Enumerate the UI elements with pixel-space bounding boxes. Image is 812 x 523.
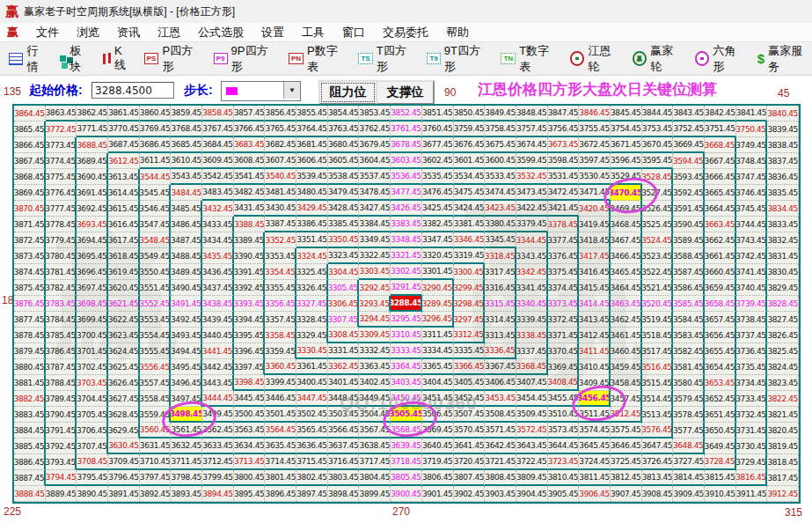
menu-item-1[interactable]: 文件 (36, 25, 59, 41)
price-cell[interactable]: 3410.45 (579, 359, 611, 375)
price-cell[interactable]: 3881.45 (14, 375, 46, 391)
price-cell[interactable]: 3422.45 (516, 201, 548, 217)
price-cell[interactable]: 3746.45 (736, 185, 768, 201)
price-cell[interactable]: 3551.45 (140, 280, 172, 296)
toolbar-9p-square-button[interactable]: P99P四方形 (214, 43, 277, 75)
price-cell[interactable]: 3794.45 (46, 470, 77, 486)
price-cell[interactable]: 3678.45 (391, 137, 422, 153)
price-cell[interactable]: 3804.45 (359, 470, 391, 486)
menu-item-6[interactable]: 设置 (261, 25, 284, 41)
price-cell[interactable]: 3702.45 (77, 359, 108, 375)
price-cell[interactable]: 3586.45 (673, 280, 705, 296)
price-cell[interactable]: 3722.45 (516, 454, 548, 470)
price-cell[interactable]: 3737.45 (736, 328, 768, 343)
price-cell[interactable]: 3806.45 (422, 470, 454, 486)
price-cell[interactable]: 3690.45 (77, 169, 108, 185)
price-cell[interactable]: 3701.45 (77, 343, 108, 359)
price-cell[interactable]: 3482.45 (234, 185, 266, 201)
price-cell[interactable]: 3370.45 (548, 343, 580, 359)
price-cell[interactable]: 3595.45 (642, 153, 674, 169)
price-cell[interactable]: 3748.45 (736, 153, 768, 169)
price-cell[interactable]: 3801.45 (265, 470, 296, 486)
price-cell[interactable]: 3566.45 (328, 423, 360, 438)
price-cell[interactable]: 3835.45 (767, 185, 799, 201)
price-cell[interactable]: 3637.45 (328, 438, 360, 454)
price-cell[interactable]: 3501.45 (265, 407, 296, 423)
price-cell[interactable]: 3475.45 (454, 185, 486, 201)
price-cell[interactable]: 3486.45 (171, 217, 202, 232)
price-cell[interactable]: 3883.45 (14, 407, 46, 423)
price-cell[interactable]: 3552.45 (140, 296, 172, 312)
price-cell[interactable]: 3496.45 (171, 375, 202, 391)
price-cell[interactable]: 3453.45 (485, 391, 516, 407)
price-cell[interactable]: 3320.45 (422, 248, 454, 264)
price-cell[interactable]: 3452.45 (454, 391, 486, 407)
price-cell[interactable]: 3687.45 (108, 137, 140, 153)
price-cell[interactable]: 3473.45 (516, 185, 548, 201)
price-cell[interactable]: 3414.45 (579, 296, 611, 312)
price-cell[interactable]: 3799.45 (202, 470, 234, 486)
price-cell[interactable]: 3870.45 (14, 201, 46, 217)
price-cell[interactable]: 3426.45 (391, 201, 422, 217)
price-cell[interactable]: 3901.45 (422, 486, 454, 502)
price-cell[interactable]: 3652.45 (705, 391, 736, 407)
price-cell[interactable]: 3753.45 (642, 122, 674, 137)
price-cell[interactable]: 3340.45 (516, 296, 548, 312)
price-cell[interactable]: 3846.45 (579, 106, 611, 122)
price-cell[interactable]: 3517.45 (642, 343, 674, 359)
price-cell[interactable]: 3389.45 (234, 232, 266, 248)
price-cell[interactable]: 3369.45 (548, 359, 580, 375)
price-cell[interactable]: 3469.45 (611, 201, 642, 217)
price-cell[interactable]: 3365.45 (422, 359, 454, 375)
price-cell[interactable]: 3630.45 (108, 438, 140, 454)
price-cell[interactable]: 3331.45 (328, 343, 360, 359)
price-cell[interactable]: 3623.45 (108, 328, 140, 343)
price-cell[interactable]: 3328.45 (296, 312, 328, 328)
price-cell[interactable]: 3342.45 (516, 264, 548, 280)
price-cell[interactable]: 3706.45 (77, 423, 108, 438)
price-cell[interactable]: 3724.45 (579, 454, 611, 470)
price-cell[interactable]: 3745.45 (736, 201, 768, 217)
price-cell[interactable]: 3466.45 (611, 248, 642, 264)
price-cell[interactable]: 3798.45 (171, 470, 202, 486)
price-cell[interactable]: 3570.45 (454, 423, 486, 438)
price-cell[interactable]: 3645.45 (579, 438, 611, 454)
price-cell[interactable]: 3461.45 (611, 328, 642, 343)
price-cell[interactable]: 3650.45 (705, 423, 736, 438)
price-cell[interactable]: 3409.45 (579, 375, 611, 391)
price-cell[interactable]: 3779.45 (46, 232, 77, 248)
price-cell[interactable]: 3384.45 (359, 217, 391, 232)
price-cell[interactable]: 3636.45 (296, 438, 328, 454)
price-cell[interactable]: 3757.45 (516, 122, 548, 137)
price-cell[interactable]: 3540.45 (265, 169, 296, 185)
price-cell[interactable]: 3492.45 (171, 312, 202, 328)
price-cell[interactable]: 3863.45 (46, 106, 77, 122)
price-cell[interactable]: 3593.45 (673, 169, 705, 185)
price-cell[interactable]: 3514.45 (642, 391, 674, 407)
price-cell[interactable]: 3357.45 (265, 312, 296, 328)
price-cell[interactable]: 3484.45 (171, 185, 202, 201)
price-cell[interactable]: 3529.45 (611, 169, 642, 185)
price-cell[interactable]: 3716.45 (328, 454, 360, 470)
price-cell[interactable]: 3548.45 (140, 232, 172, 248)
price-cell[interactable]: 3539.45 (296, 169, 328, 185)
price-cell[interactable]: 3673.45 (548, 137, 580, 153)
price-cell[interactable]: 3423.45 (485, 201, 516, 217)
price-cell[interactable]: 3512.45 (611, 407, 642, 423)
price-cell[interactable]: 3676.45 (454, 137, 486, 153)
menu-item-4[interactable]: 江恩 (157, 25, 180, 41)
price-cell[interactable]: 3898.45 (328, 486, 360, 502)
price-cell[interactable]: 3505.45 (391, 407, 422, 423)
price-cell[interactable]: 3520.45 (642, 296, 674, 312)
price-cell[interactable]: 3465.45 (611, 264, 642, 280)
price-cell[interactable]: 3443.45 (202, 375, 234, 391)
price-cell[interactable]: 3760.45 (422, 122, 454, 137)
price-cell[interactable]: 3727.45 (673, 454, 705, 470)
price-cell[interactable]: 3408.45 (548, 375, 580, 391)
price-cell[interactable]: 3446.45 (265, 391, 296, 407)
price-cell[interactable]: 3904.45 (516, 486, 548, 502)
price-cell[interactable]: 3578.45 (673, 407, 705, 423)
price-cell[interactable]: 3344.45 (516, 232, 548, 248)
price-cell[interactable]: 3289.45 (422, 296, 454, 312)
price-cell[interactable]: 3316.45 (485, 280, 516, 296)
